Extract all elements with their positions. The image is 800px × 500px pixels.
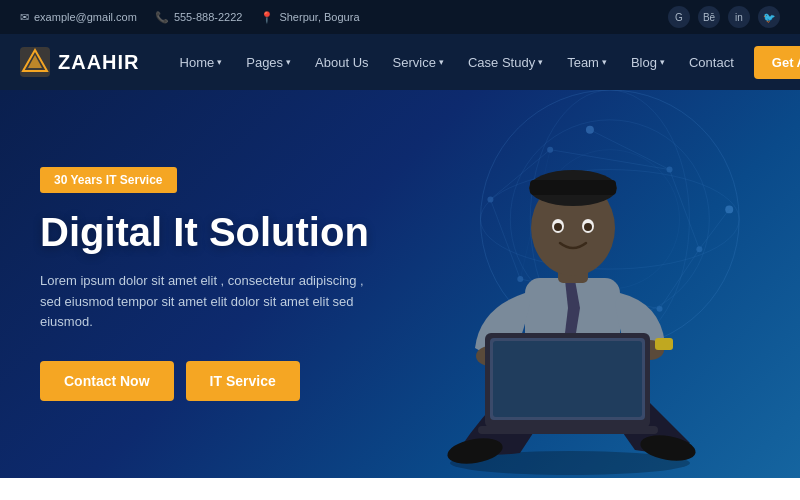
nav-item-contact[interactable]: Contact (679, 49, 744, 76)
phone-info: 📞 555-888-2222 (155, 11, 243, 24)
nav-item-blog[interactable]: Blog ▾ (621, 49, 675, 76)
location-text: Sherpur, Bogura (279, 11, 359, 23)
person-svg (400, 108, 740, 478)
social-links: G Bē in 🐦 (668, 6, 780, 28)
nav-label-service: Service (393, 55, 436, 70)
navbar: ZAAHIR Home ▾ Pages ▾ About Us Service ▾… (0, 34, 800, 90)
it-service-button[interactable]: IT Service (186, 361, 300, 401)
svg-point-43 (554, 223, 562, 231)
phone-icon: 📞 (155, 11, 169, 24)
nav-item-casestudy[interactable]: Case Study ▾ (458, 49, 553, 76)
chevron-home: ▾ (217, 57, 222, 67)
hero-person-image (400, 108, 740, 478)
svg-rect-36 (478, 426, 658, 434)
nav-item-pages[interactable]: Pages ▾ (236, 49, 301, 76)
nav-label-casestudy: Case Study (468, 55, 535, 70)
logo[interactable]: ZAAHIR (20, 47, 140, 77)
chevron-team: ▾ (602, 57, 607, 67)
svg-rect-35 (493, 341, 642, 417)
location-info: 📍 Sherpur, Bogura (260, 11, 359, 24)
google-icon[interactable]: G (668, 6, 690, 28)
logo-icon (20, 47, 50, 77)
email-text: example@gmail.com (34, 11, 137, 23)
phone-text: 555-888-2222 (174, 11, 243, 23)
hero-buttons: Contact Now IT Service (40, 361, 380, 401)
email-icon: ✉ (20, 11, 29, 24)
svg-rect-40 (530, 180, 616, 195)
twitter-icon[interactable]: 🐦 (758, 6, 780, 28)
nav-label-team: Team (567, 55, 599, 70)
nav-item-home[interactable]: Home ▾ (170, 49, 233, 76)
chevron-pages: ▾ (286, 57, 291, 67)
hero-section: 30 Years IT Service Digital It Solution … (0, 90, 800, 478)
nav-item-about[interactable]: About Us (305, 49, 378, 76)
behance-icon[interactable]: Bē (698, 6, 720, 28)
nav-label-pages: Pages (246, 55, 283, 70)
get-a-quote-button[interactable]: Get A Quote (754, 46, 800, 79)
chevron-service: ▾ (439, 57, 444, 67)
nav-label-about: About Us (315, 55, 368, 70)
hero-badge: 30 Years IT Service (40, 167, 177, 193)
logo-text: ZAAHIR (58, 51, 140, 74)
nav-item-service[interactable]: Service ▾ (383, 49, 454, 76)
contact-now-button[interactable]: Contact Now (40, 361, 174, 401)
top-bar-contact-info: ✉ example@gmail.com 📞 555-888-2222 📍 She… (20, 11, 360, 24)
hero-description: Lorem ipsum dolor sit amet elit , consec… (40, 271, 380, 333)
email-info: ✉ example@gmail.com (20, 11, 137, 24)
hero-title: Digital It Solution (40, 209, 380, 255)
nav-links: Home ▾ Pages ▾ About Us Service ▾ Case S… (170, 49, 744, 76)
nav-label-contact: Contact (689, 55, 734, 70)
nav-label-blog: Blog (631, 55, 657, 70)
linkedin-icon[interactable]: in (728, 6, 750, 28)
svg-rect-45 (655, 338, 673, 350)
location-icon: 📍 (260, 11, 274, 24)
chevron-casestudy: ▾ (538, 57, 543, 67)
svg-point-44 (584, 223, 592, 231)
top-bar: ✉ example@gmail.com 📞 555-888-2222 📍 She… (0, 0, 800, 34)
nav-label-home: Home (180, 55, 215, 70)
nav-item-team[interactable]: Team ▾ (557, 49, 617, 76)
hero-content: 30 Years IT Service Digital It Solution … (0, 147, 420, 421)
chevron-blog: ▾ (660, 57, 665, 67)
